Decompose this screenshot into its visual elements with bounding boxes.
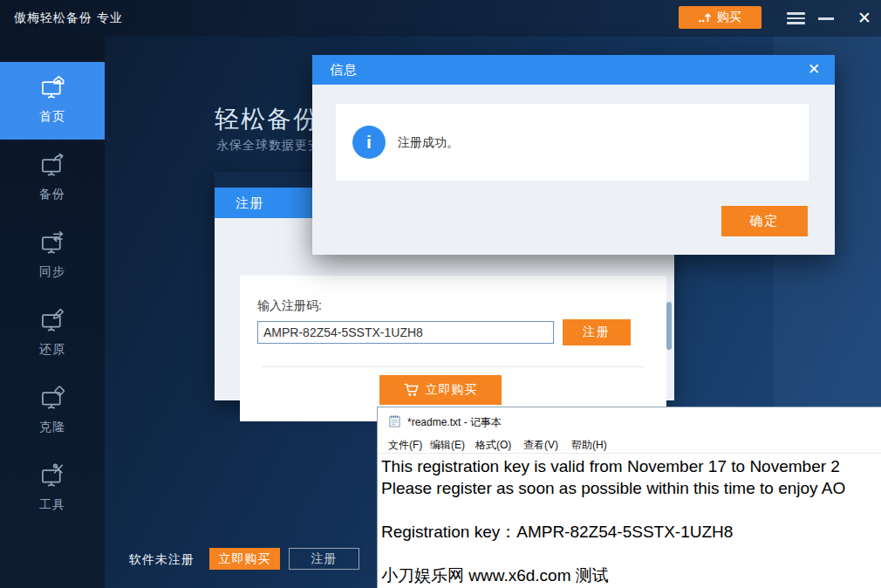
notepad-line xyxy=(381,543,881,564)
sync-icon xyxy=(40,230,65,255)
notepad-line: 小刀娱乐网 www.x6d.com 测试 xyxy=(381,564,881,586)
sidebar-item-sync[interactable]: 同步 xyxy=(0,217,105,295)
close-icon[interactable]: ✕ xyxy=(854,8,875,29)
menu-file[interactable]: 文件(F) xyxy=(388,438,422,453)
sidebar: 首页 备份 同步 xyxy=(0,37,105,588)
app-title: 傲梅轻松备份 专业 xyxy=(14,10,123,26)
register-buy-button[interactable]: 立即购买 xyxy=(379,375,502,405)
divider xyxy=(262,366,644,367)
restore-icon xyxy=(40,308,65,332)
menu-format[interactable]: 格式(O) xyxy=(475,438,511,453)
sidebar-item-label: 工具 xyxy=(0,497,105,513)
menu-edit[interactable]: 编辑(E) xyxy=(430,438,465,453)
ok-button[interactable]: 确定 xyxy=(721,206,808,236)
info-dialog-titlebar: 信息 ✕ xyxy=(312,55,835,85)
notepad-title: *readme.txt - 记事本 xyxy=(407,415,502,430)
backup-icon xyxy=(40,153,65,177)
notepad-line: Please register as soon as possible with… xyxy=(381,477,881,499)
scrollbar-thumb[interactable] xyxy=(666,302,672,350)
home-icon xyxy=(40,75,65,99)
sidebar-item-label: 克隆 xyxy=(0,420,105,435)
sidebar-item-home[interactable]: 首页 xyxy=(0,62,105,140)
info-icon: i xyxy=(352,126,386,159)
info-message-card: i 注册成功。 xyxy=(336,104,809,181)
register-buy-label: 立即购买 xyxy=(426,382,478,398)
sidebar-item-clone[interactable]: 克隆 xyxy=(0,373,105,450)
sidebar-item-tools[interactable]: 工具 xyxy=(0,450,105,528)
sidebar-item-restore[interactable]: 还原 xyxy=(0,295,105,373)
info-dialog: 信息 ✕ i 注册成功。 确定 xyxy=(312,55,835,255)
titlebar-buy-button[interactable]: 购买 xyxy=(679,6,761,29)
notepad-line: Registration key：AMPR-82Z54-5SSTX-1UZH8 xyxy=(381,521,881,543)
notepad-window: *readme.txt - 记事本 文件(F) 编辑(E) 格式(O) 查看(V… xyxy=(377,407,881,588)
notepad-text-area[interactable]: This registration key is valid from Nove… xyxy=(381,455,881,586)
sidebar-item-label: 还原 xyxy=(0,342,105,358)
sidebar-item-label: 同步 xyxy=(0,264,105,280)
dialog-close-icon[interactable]: ✕ xyxy=(803,59,824,80)
registration-card: 输入注册码: 注册 立即购买 xyxy=(240,276,666,421)
registration-code-input[interactable] xyxy=(257,321,554,344)
notepad-line xyxy=(381,499,881,521)
notepad-menubar: 文件(F) 编辑(E) 格式(O) 查看(V) 帮助(H) xyxy=(378,434,881,454)
menu-icon[interactable] xyxy=(787,12,805,24)
register-submit-button[interactable]: 注册 xyxy=(563,319,631,345)
minimize-icon[interactable] xyxy=(818,17,834,20)
code-input-label: 输入注册码: xyxy=(257,298,322,314)
sidebar-item-backup[interactable]: 备份 xyxy=(0,140,105,217)
notepad-line: This registration key is valid from Nove… xyxy=(381,455,881,477)
register-outline-button[interactable]: 注册 xyxy=(289,548,359,570)
info-dialog-title: 信息 xyxy=(330,55,358,85)
page-title: 轻松备份 xyxy=(215,103,319,136)
menu-help[interactable]: 帮助(H) xyxy=(571,438,607,453)
tools-icon xyxy=(40,463,65,488)
notepad-icon xyxy=(388,414,401,427)
buy-now-button[interactable]: 立即购买 xyxy=(209,548,280,570)
app-titlebar: 傲梅轻松备份 专业 购买 ✕ xyxy=(0,0,881,37)
menu-view[interactable]: 查看(V) xyxy=(523,438,558,453)
unregistered-status: 软件未注册 xyxy=(129,552,195,568)
sidebar-item-label: 备份 xyxy=(0,187,105,202)
registration-window-title: 注册 xyxy=(236,188,263,218)
sidebar-item-label: 首页 xyxy=(0,109,105,125)
clone-icon xyxy=(40,386,65,410)
info-message: 注册成功。 xyxy=(398,104,459,181)
upgrade-arrow-icon xyxy=(699,11,712,24)
titlebar-buy-label: 购买 xyxy=(717,10,741,25)
notepad-titlebar[interactable]: *readme.txt - 记事本 xyxy=(378,407,881,434)
cart-icon xyxy=(404,383,419,397)
app-screen: 傲梅轻松备份 专业 购买 ✕ 首页 xyxy=(0,0,881,588)
